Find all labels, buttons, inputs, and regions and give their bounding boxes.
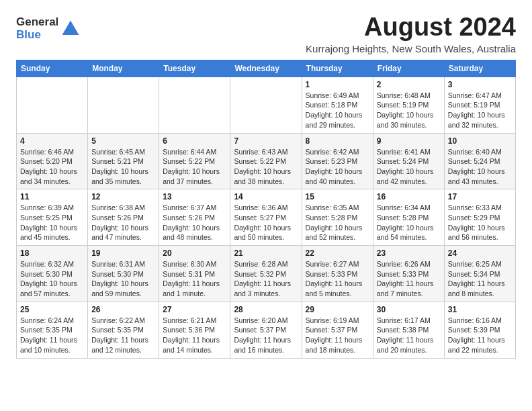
calendar-cell: 19Sunrise: 6:31 AM Sunset: 5:30 PM Dayli… [88,246,159,302]
day-number: 5 [91,136,155,146]
calendar-cell: 5Sunrise: 6:45 AM Sunset: 5:21 PM Daylig… [88,133,159,189]
day-number: 28 [234,305,298,314]
day-info: Sunrise: 6:49 AM Sunset: 5:18 PM Dayligh… [306,91,369,130]
day-info: Sunrise: 6:35 AM Sunset: 5:28 PM Dayligh… [306,203,369,242]
calendar-cell: 16Sunrise: 6:34 AM Sunset: 5:28 PM Dayli… [373,189,444,246]
day-info: Sunrise: 6:39 AM Sunset: 5:25 PM Dayligh… [20,203,84,242]
week-row-5: 25Sunrise: 6:24 AM Sunset: 5:35 PM Dayli… [17,302,516,358]
day-info: Sunrise: 6:47 AM Sunset: 5:19 PM Dayligh… [448,91,512,130]
page-header: General Blue August 2024 Kurrajong Heigh… [16,13,516,54]
logo-blue: Blue [16,29,58,42]
calendar-cell: 24Sunrise: 6:25 AM Sunset: 5:34 PM Dayli… [444,246,515,302]
day-info: Sunrise: 6:17 AM Sunset: 5:38 PM Dayligh… [377,316,441,355]
day-number: 29 [306,305,369,314]
day-info: Sunrise: 6:28 AM Sunset: 5:32 PM Dayligh… [234,259,298,299]
day-info: Sunrise: 6:37 AM Sunset: 5:26 PM Dayligh… [163,203,226,242]
calendar-cell: 13Sunrise: 6:37 AM Sunset: 5:26 PM Dayli… [159,189,230,246]
day-info: Sunrise: 6:46 AM Sunset: 5:20 PM Dayligh… [20,147,84,187]
calendar-cell: 20Sunrise: 6:30 AM Sunset: 5:31 PM Dayli… [159,246,230,302]
day-number: 31 [448,305,512,314]
calendar-cell: 17Sunrise: 6:33 AM Sunset: 5:29 PM Dayli… [444,189,515,246]
day-number: 3 [448,80,512,89]
day-number: 11 [20,192,84,201]
weekday-header-wednesday: Wednesday [230,60,302,77]
day-info: Sunrise: 6:42 AM Sunset: 5:23 PM Dayligh… [306,147,369,187]
day-info: Sunrise: 6:24 AM Sunset: 5:35 PM Dayligh… [20,316,84,355]
day-number: 25 [20,305,84,314]
day-info: Sunrise: 6:40 AM Sunset: 5:24 PM Dayligh… [448,147,512,187]
calendar-cell: 15Sunrise: 6:35 AM Sunset: 5:28 PM Dayli… [302,189,373,246]
day-number: 22 [306,248,369,258]
calendar-cell: 26Sunrise: 6:22 AM Sunset: 5:35 PM Dayli… [88,302,159,358]
calendar-cell: 22Sunrise: 6:27 AM Sunset: 5:33 PM Dayli… [302,246,373,302]
calendar-cell: 29Sunrise: 6:19 AM Sunset: 5:37 PM Dayli… [302,302,373,358]
day-info: Sunrise: 6:31 AM Sunset: 5:30 PM Dayligh… [91,259,155,299]
calendar-cell: 23Sunrise: 6:26 AM Sunset: 5:33 PM Dayli… [373,246,444,302]
day-number: 4 [20,136,84,146]
day-info: Sunrise: 6:16 AM Sunset: 5:39 PM Dayligh… [448,316,512,355]
day-info: Sunrise: 6:21 AM Sunset: 5:36 PM Dayligh… [163,316,226,355]
calendar-cell [17,77,88,133]
day-number: 23 [377,248,441,258]
day-number: 24 [448,248,512,258]
logo-general: General [16,16,58,29]
calendar-cell: 6Sunrise: 6:44 AM Sunset: 5:22 PM Daylig… [159,133,230,189]
day-number: 19 [91,248,155,258]
weekday-header-sunday: Sunday [17,60,88,77]
day-number: 6 [163,136,226,146]
calendar-cell [88,77,159,133]
day-info: Sunrise: 6:26 AM Sunset: 5:33 PM Dayligh… [377,259,441,299]
day-number: 8 [306,136,369,146]
day-info: Sunrise: 6:44 AM Sunset: 5:22 PM Dayligh… [163,147,226,187]
day-number: 7 [234,136,298,146]
day-number: 27 [163,305,226,314]
calendar-cell: 11Sunrise: 6:39 AM Sunset: 5:25 PM Dayli… [17,189,88,246]
calendar-cell: 3Sunrise: 6:47 AM Sunset: 5:19 PM Daylig… [444,77,515,133]
day-info: Sunrise: 6:38 AM Sunset: 5:26 PM Dayligh… [91,203,155,242]
logo: General Blue [16,16,81,41]
day-number: 21 [234,248,298,258]
day-info: Sunrise: 6:25 AM Sunset: 5:34 PM Dayligh… [448,259,512,299]
day-number: 12 [91,192,155,201]
calendar-cell: 14Sunrise: 6:36 AM Sunset: 5:27 PM Dayli… [230,189,302,246]
day-info: Sunrise: 6:34 AM Sunset: 5:28 PM Dayligh… [377,203,441,242]
day-number: 18 [20,248,84,258]
day-number: 10 [448,136,512,146]
week-row-2: 4Sunrise: 6:46 AM Sunset: 5:20 PM Daylig… [17,133,516,189]
calendar-cell: 9Sunrise: 6:41 AM Sunset: 5:24 PM Daylig… [373,133,444,189]
day-info: Sunrise: 6:20 AM Sunset: 5:37 PM Dayligh… [234,316,298,355]
day-number: 20 [163,248,226,258]
calendar-cell: 12Sunrise: 6:38 AM Sunset: 5:26 PM Dayli… [88,189,159,246]
week-row-3: 11Sunrise: 6:39 AM Sunset: 5:25 PM Dayli… [17,189,516,246]
day-info: Sunrise: 6:27 AM Sunset: 5:33 PM Dayligh… [306,259,369,299]
calendar-cell [159,77,230,133]
month-title: August 2024 [306,13,516,42]
title-block: August 2024 Kurrajong Heights, New South… [306,13,516,54]
logo-text: General Blue [16,16,58,41]
day-info: Sunrise: 6:41 AM Sunset: 5:24 PM Dayligh… [377,147,441,187]
day-info: Sunrise: 6:48 AM Sunset: 5:19 PM Dayligh… [377,91,441,130]
calendar-cell: 4Sunrise: 6:46 AM Sunset: 5:20 PM Daylig… [17,133,88,189]
weekday-header-thursday: Thursday [302,60,373,77]
day-number: 1 [306,80,369,89]
day-number: 14 [234,192,298,201]
calendar-cell: 31Sunrise: 6:16 AM Sunset: 5:39 PM Dayli… [444,302,515,358]
day-info: Sunrise: 6:45 AM Sunset: 5:21 PM Dayligh… [91,147,155,187]
week-row-1: 1Sunrise: 6:49 AM Sunset: 5:18 PM Daylig… [17,77,516,133]
day-info: Sunrise: 6:32 AM Sunset: 5:30 PM Dayligh… [20,259,84,299]
weekday-header-row: SundayMondayTuesdayWednesdayThursdayFrid… [17,60,516,77]
day-number: 26 [91,305,155,314]
weekday-header-friday: Friday [373,60,444,77]
logo-icon [60,18,81,40]
calendar-table: SundayMondayTuesdayWednesdayThursdayFrid… [16,60,516,359]
calendar-cell: 30Sunrise: 6:17 AM Sunset: 5:38 PM Dayli… [373,302,444,358]
weekday-header-monday: Monday [88,60,159,77]
location-title: Kurrajong Heights, New South Wales, Aust… [306,43,516,54]
calendar-cell: 25Sunrise: 6:24 AM Sunset: 5:35 PM Dayli… [17,302,88,358]
weekday-header-saturday: Saturday [444,60,515,77]
day-info: Sunrise: 6:22 AM Sunset: 5:35 PM Dayligh… [91,316,155,355]
day-number: 2 [377,80,441,89]
svg-marker-0 [62,20,79,34]
day-info: Sunrise: 6:19 AM Sunset: 5:37 PM Dayligh… [306,316,369,355]
calendar-cell: 8Sunrise: 6:42 AM Sunset: 5:23 PM Daylig… [302,133,373,189]
